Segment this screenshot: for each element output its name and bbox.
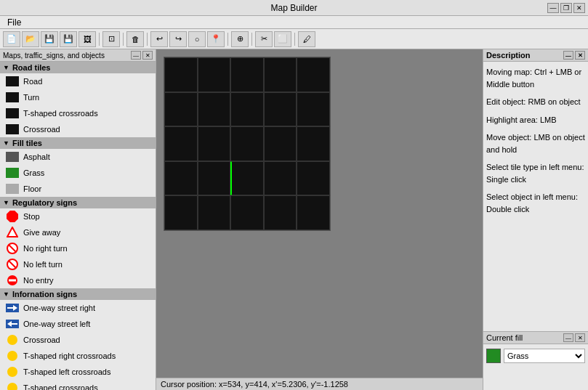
description-title: Description bbox=[486, 51, 531, 60]
list-item-t-left-crossroads[interactable]: T-shaped left crossroads bbox=[0, 364, 156, 380]
list-item-asphalt[interactable]: Asphalt bbox=[0, 149, 156, 165]
cell-4-2[interactable] bbox=[230, 195, 264, 230]
stack-button[interactable]: ⊕ bbox=[231, 31, 249, 47]
cell-1-1[interactable] bbox=[198, 92, 231, 127]
list-item-t-crossroads-info[interactable]: T-shaped crossroads bbox=[0, 380, 156, 390]
list-item-no-left-turn[interactable]: No left turn bbox=[0, 256, 156, 272]
pin-button[interactable]: 📍 bbox=[207, 31, 225, 47]
cell-2-0[interactable] bbox=[164, 126, 198, 161]
cell-2-3[interactable] bbox=[264, 126, 297, 161]
fill-dropdown[interactable]: Asphalt Grass Floor bbox=[504, 349, 585, 363]
turn-icon bbox=[6, 91, 19, 104]
canvas-area[interactable]: Cursor position: x=534, y=414, x'=5.2306… bbox=[156, 49, 483, 390]
cell-3-0[interactable] bbox=[164, 161, 198, 196]
fill-minus-button[interactable]: — bbox=[563, 333, 573, 342]
layers-button[interactable]: ⊡ bbox=[102, 31, 120, 47]
one-way-left-icon bbox=[6, 317, 19, 330]
list-item-one-way-right[interactable]: One-way street right bbox=[0, 300, 156, 316]
cell-3-2[interactable] bbox=[230, 161, 264, 196]
redo-button[interactable]: ↪ bbox=[169, 31, 187, 47]
list-item-t-right-crossroads[interactable]: T-shaped right crossroads bbox=[0, 348, 156, 364]
panel-minus-button[interactable]: — bbox=[131, 51, 141, 60]
cell-0-3[interactable] bbox=[264, 57, 297, 92]
category-information[interactable]: ▼ Infornation signs bbox=[0, 288, 156, 300]
open-button[interactable]: 📂 bbox=[22, 31, 39, 47]
cell-2-2[interactable] bbox=[230, 126, 264, 161]
road-icon bbox=[6, 75, 19, 88]
description-panel: Description — ✕ Moving map: Ctrl + LMB o… bbox=[483, 49, 588, 332]
cell-1-2[interactable] bbox=[230, 92, 264, 127]
cell-1-3[interactable] bbox=[264, 92, 297, 127]
list-item-grass[interactable]: Grass bbox=[0, 165, 156, 181]
new-button[interactable]: 📄 bbox=[3, 31, 20, 47]
list-item-one-way-left[interactable]: One-way street left bbox=[0, 316, 156, 332]
close-button[interactable]: ✕ bbox=[573, 3, 585, 13]
restore-button[interactable]: ❐ bbox=[560, 3, 572, 13]
cell-1-0[interactable] bbox=[164, 92, 198, 127]
asphalt-icon bbox=[6, 150, 19, 163]
category-road-tiles[interactable]: ▼ Road tiles bbox=[0, 62, 156, 73]
list-item-no-right-turn[interactable]: No right turn bbox=[0, 240, 156, 256]
separator-2 bbox=[123, 33, 124, 46]
list-item-crossroad-info[interactable]: Crossroad bbox=[0, 332, 156, 348]
fill-tiles-arrow: ▼ bbox=[3, 139, 9, 147]
save-button[interactable]: 💾 bbox=[41, 31, 58, 47]
left-panel-title: Maps, traffic_signs, and objects bbox=[3, 52, 105, 60]
list-item-turn[interactable]: Turn bbox=[0, 89, 156, 105]
delete-button[interactable]: 🗑 bbox=[126, 31, 144, 47]
circle-button[interactable]: ○ bbox=[188, 31, 206, 47]
desc-close-button[interactable]: ✕ bbox=[575, 51, 585, 60]
main-content: Maps, traffic_signs, and objects — ✕ ▼ R… bbox=[0, 49, 588, 390]
undo-button[interactable]: ↩ bbox=[150, 31, 168, 47]
desc-minus-button[interactable]: — bbox=[563, 51, 573, 60]
t-shaped-label: T-shaped crossroads bbox=[23, 109, 98, 118]
cell-2-4[interactable] bbox=[297, 126, 330, 161]
give-away-icon bbox=[6, 226, 19, 239]
crossroad-info-icon bbox=[6, 333, 19, 346]
crossroad-label: Crossroad bbox=[23, 125, 60, 134]
cell-3-1[interactable] bbox=[198, 161, 231, 196]
list-item-crossroad[interactable]: Crossroad bbox=[0, 121, 156, 137]
draw-button[interactable]: 🖊 bbox=[298, 31, 315, 47]
separator-5 bbox=[251, 33, 252, 46]
svg-point-15 bbox=[7, 367, 17, 377]
separator-4 bbox=[227, 33, 228, 46]
cell-4-1[interactable] bbox=[198, 195, 231, 230]
cell-3-3[interactable] bbox=[264, 161, 297, 196]
list-item-give-away[interactable]: Give away bbox=[0, 224, 156, 240]
minimize-button[interactable]: — bbox=[547, 3, 559, 13]
file-menu[interactable]: File bbox=[3, 17, 25, 28]
title-bar-controls: — ❐ ✕ bbox=[547, 3, 585, 13]
scissors-button[interactable]: ✂ bbox=[255, 31, 273, 47]
list-item-road[interactable]: Road bbox=[0, 73, 156, 89]
stop-label: Stop bbox=[23, 212, 40, 221]
list-item-t-shaped[interactable]: T-shaped crossroads bbox=[0, 105, 156, 121]
cell-4-3[interactable] bbox=[264, 195, 297, 230]
cell-0-1[interactable] bbox=[198, 57, 231, 92]
t-right-crossroads-label: T-shaped right crossroads bbox=[23, 352, 116, 360]
cell-0-4[interactable] bbox=[297, 57, 330, 92]
list-item-no-entry[interactable]: No entry bbox=[0, 272, 156, 288]
category-regulatory[interactable]: ▼ Regulatory signs bbox=[0, 197, 156, 208]
separator-6 bbox=[294, 33, 295, 46]
category-fill-tiles[interactable]: ▼ Fill tiles bbox=[0, 137, 156, 149]
cell-0-2[interactable] bbox=[230, 57, 264, 92]
fill-close-button[interactable]: ✕ bbox=[575, 333, 585, 342]
cell-0-0[interactable] bbox=[164, 57, 198, 92]
cell-4-0[interactable] bbox=[164, 195, 198, 230]
cell-2-1[interactable] bbox=[198, 126, 231, 161]
cell-4-4[interactable] bbox=[297, 195, 330, 230]
no-right-turn-label: No right turn bbox=[23, 244, 68, 253]
cell-3-4[interactable] bbox=[297, 161, 330, 196]
t-left-crossroads-label: T-shaped left crossroads bbox=[23, 367, 110, 376]
list-item-floor[interactable]: Floor bbox=[0, 181, 156, 197]
rect-button[interactable]: ⬜ bbox=[274, 31, 291, 47]
panel-close-button[interactable]: ✕ bbox=[142, 51, 153, 60]
window-title: Map Builder bbox=[270, 3, 317, 13]
desc-line-4: Move object: LMB on object and hold bbox=[486, 131, 585, 155]
export-button[interactable]: 🖼 bbox=[78, 31, 96, 47]
save-as-button[interactable]: 💾 bbox=[60, 31, 77, 47]
cell-1-4[interactable] bbox=[297, 92, 330, 127]
grass-label: Grass bbox=[23, 168, 44, 177]
list-item-stop[interactable]: Stop bbox=[0, 208, 156, 224]
